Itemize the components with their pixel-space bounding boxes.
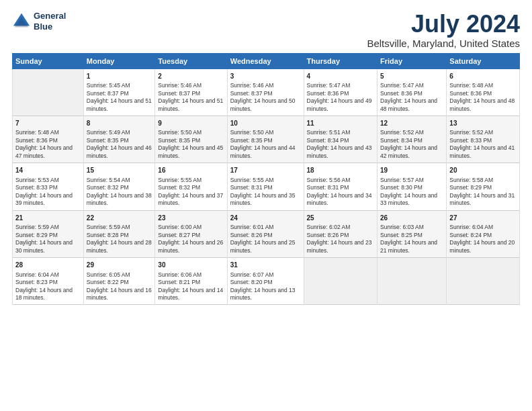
day-info: Sunrise: 5:55 AMSunset: 8:31 PMDaylight:…: [230, 177, 301, 208]
page: General Blue July 2024 Beltsville, Maryl…: [0, 0, 532, 411]
header: General Blue July 2024 Beltsville, Maryl…: [12, 11, 520, 49]
day-info: Sunrise: 5:48 AMSunset: 8:36 PMDaylight:…: [15, 129, 81, 160]
day-number: 27: [449, 214, 517, 223]
calendar-cell: 17Sunrise: 5:55 AMSunset: 8:31 PMDayligh…: [227, 163, 304, 210]
main-title: July 2024: [367, 11, 520, 38]
day-number: 31: [230, 261, 301, 270]
calendar-cell: [13, 68, 84, 116]
day-number: 29: [87, 261, 152, 270]
calendar-cell: 1Sunrise: 5:45 AMSunset: 8:37 PMDaylight…: [83, 68, 155, 116]
calendar-week-2: 7Sunrise: 5:48 AMSunset: 8:36 PMDaylight…: [13, 116, 520, 163]
day-number: 20: [449, 166, 517, 175]
calendar-header-row: SundayMondayTuesdayWednesdayThursdayFrid…: [13, 53, 520, 68]
day-info: Sunrise: 5:50 AMSunset: 8:35 PMDaylight:…: [158, 129, 224, 160]
day-number: 24: [230, 214, 301, 223]
day-number: 15: [87, 166, 152, 175]
day-info: Sunrise: 6:02 AMSunset: 8:26 PMDaylight:…: [307, 224, 375, 255]
subtitle: Beltsville, Maryland, United States: [367, 38, 520, 49]
day-info: Sunrise: 5:52 AMSunset: 8:34 PMDaylight:…: [380, 129, 443, 160]
day-info: Sunrise: 5:52 AMSunset: 8:33 PMDaylight:…: [449, 129, 517, 160]
calendar-cell: 3Sunrise: 5:46 AMSunset: 8:37 PMDaylight…: [227, 68, 304, 116]
day-info: Sunrise: 5:46 AMSunset: 8:37 PMDaylight:…: [230, 82, 301, 113]
day-info: Sunrise: 6:04 AMSunset: 8:23 PMDaylight:…: [15, 271, 81, 302]
day-info: Sunrise: 5:59 AMSunset: 8:29 PMDaylight:…: [15, 224, 81, 255]
calendar-cell: 25Sunrise: 6:02 AMSunset: 8:26 PMDayligh…: [304, 210, 378, 257]
calendar-cell: [304, 258, 378, 305]
calendar-cell: 20Sunrise: 5:58 AMSunset: 8:29 PMDayligh…: [447, 163, 520, 210]
day-number: 16: [158, 166, 224, 175]
calendar-week-4: 21Sunrise: 5:59 AMSunset: 8:29 PMDayligh…: [13, 210, 520, 257]
calendar-cell: [447, 258, 520, 305]
calendar-cell: 30Sunrise: 6:06 AMSunset: 8:21 PMDayligh…: [155, 258, 227, 305]
calendar-cell: 26Sunrise: 6:03 AMSunset: 8:25 PMDayligh…: [378, 210, 447, 257]
day-number: 3: [230, 72, 301, 81]
calendar-table: SundayMondayTuesdayWednesdayThursdayFrid…: [12, 53, 520, 306]
day-info: Sunrise: 5:59 AMSunset: 8:28 PMDaylight:…: [87, 224, 152, 255]
day-info: Sunrise: 5:47 AMSunset: 8:36 PMDaylight:…: [307, 82, 375, 113]
day-number: 28: [15, 261, 81, 270]
calendar-cell: 8Sunrise: 5:49 AMSunset: 8:35 PMDaylight…: [83, 116, 155, 163]
calendar-header-thursday: Thursday: [304, 53, 378, 68]
day-number: 18: [307, 166, 375, 175]
day-info: Sunrise: 6:07 AMSunset: 8:20 PMDaylight:…: [230, 271, 301, 302]
day-info: Sunrise: 5:56 AMSunset: 8:31 PMDaylight:…: [307, 177, 375, 208]
calendar-header-saturday: Saturday: [447, 53, 520, 68]
day-info: Sunrise: 5:58 AMSunset: 8:29 PMDaylight:…: [449, 177, 517, 208]
calendar-cell: 2Sunrise: 5:46 AMSunset: 8:37 PMDaylight…: [155, 68, 227, 116]
calendar-header-friday: Friday: [378, 53, 447, 68]
calendar-cell: 4Sunrise: 5:47 AMSunset: 8:36 PMDaylight…: [304, 68, 378, 116]
calendar-cell: 12Sunrise: 5:52 AMSunset: 8:34 PMDayligh…: [378, 116, 447, 163]
day-number: 6: [449, 72, 517, 81]
logo: General Blue: [12, 11, 66, 32]
calendar-cell: 18Sunrise: 5:56 AMSunset: 8:31 PMDayligh…: [304, 163, 378, 210]
logo-line2: Blue: [34, 21, 66, 32]
day-number: 26: [380, 214, 443, 223]
day-number: 7: [15, 119, 81, 128]
logo-line1: General: [34, 11, 66, 21]
calendar-cell: 16Sunrise: 5:55 AMSunset: 8:32 PMDayligh…: [155, 163, 227, 210]
day-number: 2: [158, 72, 224, 81]
day-number: 9: [158, 119, 224, 128]
day-number: 1: [87, 72, 152, 81]
calendar-cell: 28Sunrise: 6:04 AMSunset: 8:23 PMDayligh…: [13, 258, 84, 305]
day-info: Sunrise: 5:49 AMSunset: 8:35 PMDaylight:…: [87, 129, 152, 160]
day-number: 19: [380, 166, 443, 175]
calendar-cell: 5Sunrise: 5:47 AMSunset: 8:36 PMDaylight…: [378, 68, 447, 116]
day-number: 10: [230, 119, 301, 128]
title-area: July 2024 Beltsville, Maryland, United S…: [367, 11, 520, 49]
day-info: Sunrise: 5:47 AMSunset: 8:36 PMDaylight:…: [380, 82, 443, 113]
calendar-cell: 6Sunrise: 5:48 AMSunset: 8:36 PMDaylight…: [447, 68, 520, 116]
calendar-cell: 11Sunrise: 5:51 AMSunset: 8:34 PMDayligh…: [304, 116, 378, 163]
day-info: Sunrise: 6:06 AMSunset: 8:21 PMDaylight:…: [158, 271, 224, 302]
calendar-cell: 24Sunrise: 6:01 AMSunset: 8:26 PMDayligh…: [227, 210, 304, 257]
day-info: Sunrise: 6:01 AMSunset: 8:26 PMDaylight:…: [230, 224, 301, 255]
day-info: Sunrise: 6:03 AMSunset: 8:25 PMDaylight:…: [380, 224, 443, 255]
calendar-cell: 7Sunrise: 5:48 AMSunset: 8:36 PMDaylight…: [13, 116, 84, 163]
day-info: Sunrise: 5:48 AMSunset: 8:36 PMDaylight:…: [449, 82, 517, 113]
day-number: 17: [230, 166, 301, 175]
day-number: 22: [87, 214, 152, 223]
calendar-cell: 23Sunrise: 6:00 AMSunset: 8:27 PMDayligh…: [155, 210, 227, 257]
logo-text: General Blue: [34, 11, 66, 32]
calendar-week-5: 28Sunrise: 6:04 AMSunset: 8:23 PMDayligh…: [13, 258, 520, 305]
calendar-header-sunday: Sunday: [13, 53, 84, 68]
day-info: Sunrise: 5:51 AMSunset: 8:34 PMDaylight:…: [307, 129, 375, 160]
day-number: 14: [15, 166, 81, 175]
calendar-cell: 22Sunrise: 5:59 AMSunset: 8:28 PMDayligh…: [83, 210, 155, 257]
day-info: Sunrise: 6:00 AMSunset: 8:27 PMDaylight:…: [158, 224, 224, 255]
day-info: Sunrise: 5:53 AMSunset: 8:33 PMDaylight:…: [15, 177, 81, 208]
day-info: Sunrise: 5:57 AMSunset: 8:30 PMDaylight:…: [380, 177, 443, 208]
calendar-cell: 13Sunrise: 5:52 AMSunset: 8:33 PMDayligh…: [447, 116, 520, 163]
calendar-header-monday: Monday: [83, 53, 155, 68]
day-number: 21: [15, 214, 81, 223]
calendar-cell: 31Sunrise: 6:07 AMSunset: 8:20 PMDayligh…: [227, 258, 304, 305]
day-number: 13: [449, 119, 517, 128]
calendar-cell: 21Sunrise: 5:59 AMSunset: 8:29 PMDayligh…: [13, 210, 84, 257]
calendar-header-wednesday: Wednesday: [227, 53, 304, 68]
calendar-cell: 15Sunrise: 5:54 AMSunset: 8:32 PMDayligh…: [83, 163, 155, 210]
day-info: Sunrise: 5:55 AMSunset: 8:32 PMDaylight:…: [158, 177, 224, 208]
day-info: Sunrise: 6:04 AMSunset: 8:24 PMDaylight:…: [449, 224, 517, 255]
calendar-cell: 9Sunrise: 5:50 AMSunset: 8:35 PMDaylight…: [155, 116, 227, 163]
day-info: Sunrise: 5:46 AMSunset: 8:37 PMDaylight:…: [158, 82, 224, 113]
calendar-cell: 19Sunrise: 5:57 AMSunset: 8:30 PMDayligh…: [378, 163, 447, 210]
